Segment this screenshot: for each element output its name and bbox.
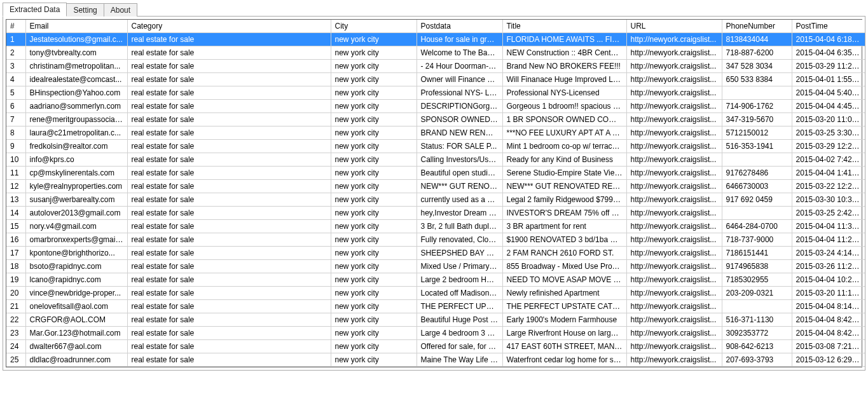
table-row[interactable]: 4idealrealestate@comcast...real estate f… [6,73,865,86]
cell-category: real estate for sale [127,260,331,273]
cell-url: http://newyork.craigslist... [626,140,722,153]
cell-city: new york city [331,86,417,100]
tab-extracted-data[interactable]: Extracted Data [3,3,67,17]
col-category[interactable]: Category [127,20,331,33]
cell-city: new york city [331,73,417,86]
table-row[interactable]: 19lcano@rapidnyc.comreal estate for sale… [6,273,865,287]
cell-city: new york city [331,287,417,300]
table-row[interactable]: 10info@kprs.coreal estate for salenew yo… [6,153,865,167]
cell-posttime: 2015-04-04 6:35pm [792,46,865,60]
cell-phone: 3092353772 [722,327,792,340]
cell-category: real estate for sale [127,100,331,113]
cell-index: 17 [6,247,25,260]
table-row[interactable]: 15nory.v4@gmail.comreal estate for salen… [6,220,865,233]
cell-email: dwalter667@aol.com [25,340,127,353]
cell-email: nory.v4@gmail.com [25,220,127,233]
cell-city: new york city [331,327,417,340]
data-grid[interactable]: # Email Category City Postdata Title URL… [6,19,862,367]
cell-posttime: 2015-03-30 10:31pm [792,193,865,207]
cell-index: 25 [6,353,25,367]
col-postdata[interactable]: Postdata [417,20,502,33]
table-row[interactable]: 23Mar.Gor.123@hotmail.comreal estate for… [6,327,865,340]
cell-postdata: Mixed Use / Primary Fo... [417,260,502,273]
col-index[interactable]: # [6,20,25,33]
table-row[interactable]: 16omarbronxexperts@gmail...real estate f… [6,233,865,247]
col-posttime[interactable]: PostTime [792,20,865,33]
table-row[interactable]: 21onelovefitsall@aol.comreal estate for … [6,300,865,313]
table-row[interactable]: 11cp@mskylinerentals.comreal estate for … [6,167,865,180]
cell-category: real estate for sale [127,73,331,86]
cell-city: new york city [331,167,417,180]
table-row[interactable]: 7rene@meritgroupassociat...real estate f… [6,113,865,126]
col-email[interactable]: Email [25,20,127,33]
cell-url: http://newyork.craigslist... [626,260,722,273]
cell-city: new york city [331,260,417,273]
cell-email: laura@c21metropolitan.c... [25,126,127,140]
cell-url: http://newyork.craigslist... [626,86,722,100]
table-row[interactable]: 12kyle@realnyproperties.comreal estate f… [6,180,865,193]
cell-postdata: currently used as a 1 fa... [417,193,502,207]
cell-url: http://newyork.craigslist... [626,273,722,287]
cell-title: Large Riverfront House on large C... [502,327,626,340]
cell-url: http://newyork.craigslist... [626,153,722,167]
table-row[interactable]: 1Jestatesolutions@gmail.c...real estate … [6,33,865,46]
table-row[interactable]: 18bsoto@rapidnyc.comreal estate for sale… [6,260,865,273]
cell-phone: 347-319-5670 [722,113,792,126]
tab-setting[interactable]: Setting [66,3,104,17]
cell-phone: 347 528 3034 [722,60,792,73]
cell-phone: 516-353-1941 [722,140,792,153]
col-url[interactable]: URL [626,20,722,33]
table-row[interactable]: 20vince@newbridge-proper...real estate f… [6,287,865,300]
cell-postdata: DESCRIPTIONGorgeous... [417,100,502,113]
cell-category: real estate for sale [127,327,331,340]
table-row[interactable]: 8laura@c21metropolitan.c...real estate f… [6,126,865,140]
cell-email: christinam@metropolitan... [25,60,127,73]
cell-posttime: 2015-03-20 11:02am [792,113,865,126]
table-row[interactable]: 5BHinspection@Yahoo.comreal estate for s… [6,86,865,100]
table-row[interactable]: 9fredkolsin@realtor.comreal estate for s… [6,140,865,153]
cell-city: new york city [331,113,417,126]
cell-index: 4 [6,73,25,86]
cell-city: new york city [331,273,417,287]
col-title[interactable]: Title [502,20,626,33]
cell-posttime: 2015-03-08 7:21am [792,340,865,353]
cell-index: 20 [6,287,25,300]
cell-category: real estate for sale [127,113,331,126]
cell-url: http://newyork.craigslist... [626,247,722,260]
table-row[interactable]: 3christinam@metropolitan...real estate f… [6,60,865,73]
cell-category: real estate for sale [127,300,331,313]
cell-title: Early 1900's Modern Farmhouse [502,313,626,327]
cell-postdata: 3 Br, 2 full Bath duplex... [417,220,502,233]
cell-phone [722,300,792,313]
table-row[interactable]: 14autolover2013@gmail.comreal estate for… [6,207,865,220]
cell-email: lcano@rapidnyc.com [25,273,127,287]
cell-phone: 6466730003 [722,180,792,193]
cell-postdata: - 24 Hour Doorman- R... [417,60,502,73]
cell-index: 19 [6,273,25,287]
table-row[interactable]: 2tony@tvbrealty.comreal estate for salen… [6,46,865,60]
cell-posttime: 2015-03-24 4:14pm [792,247,865,260]
table-row[interactable]: 22CRGFOR@AOL.COMreal estate for salenew … [6,313,865,327]
cell-city: new york city [331,193,417,207]
table-row[interactable]: 24dwalter667@aol.comreal estate for sale… [6,340,865,353]
cell-title: Professional NYS-Licensed [502,86,626,100]
cell-email: info@kprs.co [25,153,127,167]
table-row[interactable]: 13susanj@werbarealty.comreal estate for … [6,193,865,207]
cell-city: new york city [331,313,417,327]
table-row[interactable]: 6aadriano@sommerlyn.comreal estate for s… [6,100,865,113]
col-phone[interactable]: PhoneNumber [722,20,792,33]
cell-phone: 9176278486 [722,167,792,180]
cell-email: kpontone@brighthorizo... [25,247,127,260]
cell-category: real estate for sale [127,353,331,367]
table-row[interactable]: 17kpontone@brighthorizo...real estate fo… [6,247,865,260]
cell-phone: 516-371-1130 [722,313,792,327]
col-city[interactable]: City [331,20,417,33]
tab-strip: Extracted Data Setting About [3,3,865,17]
cell-postdata: Beautiful open studio-... [417,167,502,180]
cell-title: ***NO FEE LUXURY APT AT A SUPER ... [502,126,626,140]
cell-city: new york city [331,33,417,46]
tab-about[interactable]: About [104,3,137,17]
table-row[interactable]: 25dldlac@roadrunner.comreal estate for s… [6,353,865,367]
cell-url: http://newyork.craigslist... [626,207,722,220]
cell-category: real estate for sale [127,126,331,140]
